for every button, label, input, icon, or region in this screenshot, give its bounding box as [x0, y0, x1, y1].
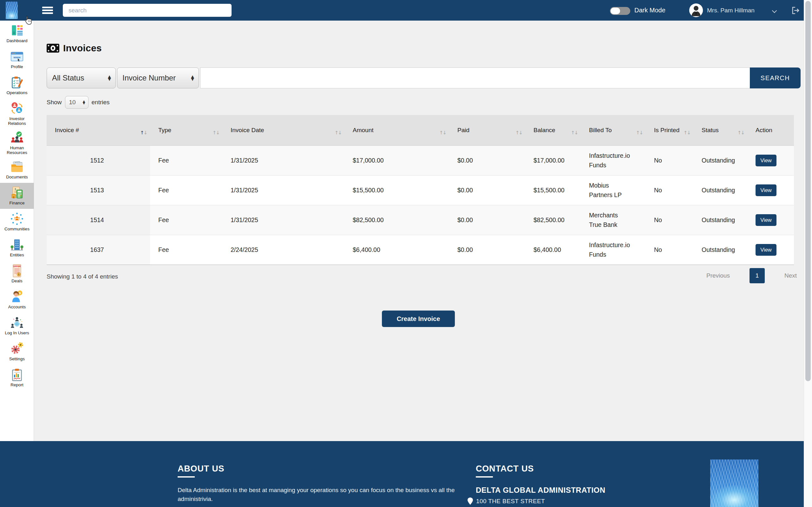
heading-underline — [177, 476, 195, 477]
invoice-search-input[interactable] — [200, 67, 750, 89]
sidebar-item-accounts[interactable]: $ Accounts — [0, 287, 34, 313]
sort-icon[interactable]: ↑↓ — [738, 129, 744, 136]
sidebar-item-operations[interactable]: Operations — [0, 72, 34, 99]
log-in-users-icon — [10, 316, 24, 330]
svg-text:OFFER: OFFER — [13, 266, 21, 268]
sidebar-item-communities[interactable]: Communities — [0, 209, 34, 235]
svg-text:$: $ — [18, 273, 20, 276]
sidebar-item-label: Settings — [1, 356, 33, 361]
heading-underline — [476, 476, 493, 477]
svg-text:www: www — [13, 56, 21, 59]
col-header-action: Action — [747, 115, 794, 146]
search-by-select-value: Invoice Number — [122, 73, 176, 82]
company-name: DELTA GLOBAL ADMINISTRATION — [476, 486, 704, 495]
sidebar-item-dashboard[interactable]: Dashboard — [0, 20, 34, 47]
pagination-previous[interactable]: Previous — [700, 272, 736, 279]
sidebar-item-label: Report — [1, 383, 33, 387]
cell-invoice-date: 1/31/2025 — [222, 175, 345, 205]
sort-icon[interactable]: ↑↓ — [212, 129, 219, 136]
select-arrows-icon: ▲▼ — [108, 75, 111, 80]
sort-icon[interactable]: ↑↓ — [571, 129, 577, 136]
sort-icon[interactable]: ↑↓ — [636, 129, 643, 136]
scrollbar-thumb[interactable] — [805, 1, 811, 381]
sidebar-item-report[interactable]: Report — [0, 365, 34, 391]
select-arrows-icon: ▲▼ — [191, 75, 194, 80]
col-header-is-printed[interactable]: Is Printed↑↓ — [646, 115, 693, 146]
cell-status: Outstanding — [693, 175, 747, 205]
sort-icon[interactable]: ↑↓ — [140, 129, 147, 136]
sort-icon[interactable]: ↑↓ — [515, 129, 522, 136]
global-search-input[interactable] — [63, 4, 232, 17]
cell-type: Fee — [150, 175, 222, 205]
entities-icon — [10, 238, 24, 252]
footer-brand-image — [710, 459, 758, 507]
sidebar-item-label: Human Resources — [1, 146, 33, 155]
vertical-scrollbar[interactable] — [804, 0, 812, 507]
main-content: Invoices All Status ▲▼ Invoice Number ▲▼… — [34, 20, 804, 441]
cell-amount: $17,000.00 — [345, 146, 449, 175]
sidebar-item-entities[interactable]: Entities — [0, 235, 34, 261]
col-header-invoice-date[interactable]: Invoice Date↑↓ — [222, 115, 345, 146]
col-header-paid[interactable]: Paid↑↓ — [449, 115, 525, 146]
user-menu[interactable]: Mrs. Pam Hillman — [707, 7, 755, 14]
view-button[interactable]: View — [756, 184, 776, 196]
view-button[interactable]: View — [756, 155, 776, 166]
sort-icon[interactable]: ↑↓ — [683, 129, 690, 136]
pagination-next[interactable]: Next — [778, 272, 803, 279]
sidebar-nav: Dashboard www Profile Operations — [0, 20, 34, 507]
cell-invoice-date: 1/31/2025 — [222, 205, 345, 235]
col-header-billed-to[interactable]: Billed To↑↓ — [581, 115, 646, 146]
logout-icon[interactable] — [791, 6, 800, 15]
create-invoice-button[interactable]: Create Invoice — [382, 311, 455, 327]
col-header-status[interactable]: Status↑↓ — [693, 115, 747, 146]
cell-invoice-date: 1/31/2025 — [222, 146, 345, 175]
col-header-invoice[interactable]: Invoice #↑↓ — [47, 115, 150, 146]
dark-mode-toggle[interactable] — [610, 7, 630, 15]
sort-icon[interactable]: ↑↓ — [439, 129, 446, 136]
view-button[interactable]: View — [756, 244, 776, 256]
sidebar-item-label: Profile — [1, 64, 33, 69]
col-header-amount[interactable]: Amount↑↓ — [345, 115, 449, 146]
user-avatar[interactable] — [689, 3, 703, 17]
sidebar-item-label: Entities — [1, 252, 33, 257]
sidebar-item-settings[interactable]: Settings — [0, 339, 34, 365]
sidebar-item-human-resources[interactable]: Human Resources — [0, 128, 34, 157]
col-header-balance[interactable]: Balance↑↓ — [525, 115, 581, 146]
sidebar-item-label: Communities — [1, 227, 33, 231]
sidebar-item-label: Finance — [1, 201, 33, 205]
entries-count-value: 10 — [69, 99, 76, 106]
about-us-text: Delta Administration is the best at mana… — [177, 486, 466, 503]
status-select[interactable]: All Status ▲▼ — [47, 67, 116, 89]
sidebar-item-profile[interactable]: www Profile — [0, 47, 34, 72]
entries-label: entries — [92, 99, 110, 106]
cell-balance: $82,500.00 — [525, 205, 581, 235]
cell-type: Fee — [150, 235, 222, 265]
view-button[interactable]: View — [756, 214, 776, 226]
chevron-down-icon[interactable] — [773, 9, 777, 13]
sidebar-item-documents[interactable]: Documents — [0, 157, 34, 183]
invoices-table: Invoice #↑↓ Type↑↓ Invoice Date↑↓ Amount… — [47, 115, 794, 265]
entries-count-select[interactable]: 10 ▲▼ — [65, 96, 89, 109]
sidebar-item-label: Deals — [1, 279, 33, 283]
search-by-select[interactable]: Invoice Number ▲▼ — [117, 67, 199, 89]
sort-icon[interactable]: ↑↓ — [335, 129, 341, 136]
sidebar-item-label: Operations — [1, 90, 33, 95]
sidebar-item-log-in-users[interactable]: Log In Users — [0, 313, 34, 339]
col-header-type[interactable]: Type↑↓ — [150, 115, 222, 146]
cell-invoice-number: 1513 — [47, 175, 150, 205]
money-bill-icon — [47, 44, 59, 53]
investor-relations-icon — [10, 101, 24, 116]
cell-amount: $6,400.00 — [345, 235, 449, 265]
table-row: 1512 Fee 1/31/2025 $17,000.00 $0.00 $17,… — [47, 146, 794, 175]
pagination-page-1[interactable]: 1 — [750, 268, 765, 283]
sidebar-item-investor-relations[interactable]: Investor Relations — [0, 99, 34, 128]
report-icon — [10, 368, 24, 382]
cell-paid: $0.00 — [449, 205, 525, 235]
app-logo[interactable] — [6, 2, 18, 19]
search-button[interactable]: SEARCH — [750, 67, 801, 89]
hamburger-menu-icon[interactable] — [42, 7, 53, 15]
cell-billed-to: Infastructure.io Funds — [581, 146, 646, 175]
cell-is-printed: No — [646, 205, 693, 235]
sidebar-item-finance[interactable]: $ $ Finance — [0, 183, 34, 209]
sidebar-item-deals[interactable]: OFFER $ Deals — [0, 261, 34, 287]
